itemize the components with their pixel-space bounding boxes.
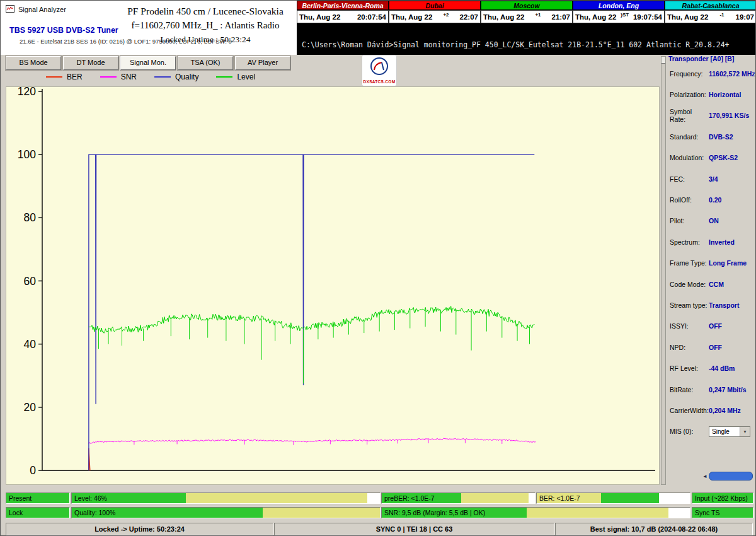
antenna-site-title: PF Prodelin 450 cm / Lucenec-Slovakia (108, 6, 303, 17)
tab-dt-mode[interactable]: DT Mode (63, 56, 118, 70)
indicator-label: Present (9, 493, 32, 503)
field-value: 0,204 MHz (709, 407, 741, 414)
legend-label: Level (237, 73, 255, 81)
field-value: 170,991 KS/s (709, 112, 749, 119)
clock-moscow: MoscowThu, Aug 22+121:07 (481, 1, 573, 25)
svg-text:80: 80 (24, 211, 37, 224)
legend-item-level: Level (216, 73, 255, 81)
app-title-row: Signal Analyzer (6, 4, 66, 15)
statusbar-sync-0-tei-18-cc-63: SYNC 0 | TEI 18 | CC 63 (274, 523, 554, 535)
field-value: Inverted (709, 238, 735, 246)
field-label: Spectrum: (670, 238, 709, 246)
field-standard: Standard:DVB-S2 (667, 126, 756, 147)
clock-datetime: Thu, Aug 22+121:07 (481, 10, 573, 23)
clock-date: Thu, Aug 22 (391, 13, 432, 21)
panel-hscrollbar[interactable]: ◄ (702, 472, 753, 481)
transponder-rows: Frequency:11602,572 MHzPolarization:Hori… (667, 63, 756, 442)
field-polarization: Polarization:Horizontal (667, 84, 756, 105)
transponder-panel: Transponder [A0] [B] Frequency:11602,572… (667, 56, 756, 487)
field-value: DVB-S2 (709, 133, 733, 141)
field-label: Polarization: (670, 91, 709, 98)
header-bar: Signal Analyzer TBS 5927 USB DVB-S2 Tune… (1, 1, 756, 55)
field-label: Frequency: (670, 70, 709, 78)
legend-item-snr: SNR (100, 73, 137, 81)
field-value: OFF (709, 344, 722, 351)
world-clocks: Berlin-Paris-Vienna-RomaThu, Aug 2220:07… (297, 1, 756, 25)
clock-datetime: Thu, Aug 2220:07:54 (297, 10, 389, 23)
window-title: Signal Analyzer (18, 6, 66, 13)
field-label: Code Mode: (670, 281, 709, 288)
bar-segment (527, 508, 668, 518)
legend-label: Quality (175, 73, 198, 81)
indicator-row-2: LockQuality: 100%SNR: 9,5 dB (Margin: 5,… (1, 507, 756, 518)
locked-uptime-title: Locked Uptime : 50:23:24 (108, 35, 303, 45)
mis-select[interactable]: Single▼ (709, 426, 750, 437)
field-bitrate: BitRate:0,247 Mbit/s (667, 379, 756, 400)
signal-analyzer-window: Signal Analyzer TBS 5927 USB DVB-S2 Tune… (0, 0, 756, 536)
field-code-mode: Code Mode:CCM (667, 274, 756, 294)
legend-item-ber: BER (46, 73, 83, 81)
legend-swatch-ber (46, 76, 62, 78)
clock-berlin-paris-vienna-roma: Berlin-Paris-Vienna-RomaThu, Aug 2220:07… (297, 1, 389, 25)
clock-time-value: 21:07 (552, 13, 570, 21)
scroll-left-icon[interactable]: ◄ (702, 474, 707, 479)
field-value: Long Frame (709, 259, 747, 267)
chart-vscrollbar[interactable] (661, 56, 666, 485)
indicator-snr: SNR: 9,5 dB (Margin: 5,5 dB | OK) (381, 507, 690, 518)
field-label: CarrierWidth: (670, 407, 709, 414)
tab-bs-mode[interactable]: BS Mode (6, 56, 61, 70)
field-npd: NPD:OFF (667, 337, 756, 358)
legend-swatch-snr (100, 76, 117, 78)
clock-city-label: London, Eng (573, 1, 665, 10)
indicator-label: Input (~282 Kbps) (695, 493, 748, 503)
field-value: -44 dBm (709, 364, 735, 372)
legend-item-quality: Quality (154, 73, 198, 81)
field-spectrum: Spectrum:Inverted (667, 231, 756, 252)
svg-text:60: 60 (24, 275, 37, 288)
legend-swatch-quality (154, 76, 171, 78)
tab-signal-mon[interactable]: Signal Mon. (120, 56, 176, 70)
field-label: Stream type: (670, 301, 709, 309)
field-label: RF Level: (670, 364, 709, 372)
tab-av-player[interactable]: AV Player (235, 56, 290, 70)
indicator-row-1: PresentLevel: 46%preBER: <1.0E-7BER: <1.… (1, 492, 756, 504)
antenna-header: PF Prodelin 450 cm / Lucenec-Slovakia f=… (108, 6, 303, 45)
field-label: FEC: (670, 175, 709, 183)
clock-datetime: Thu, Aug 22-119:07 (665, 10, 756, 23)
status-bar: Locked -> Uptime: 50:23:24SYNC 0 | TEI 1… (1, 523, 756, 536)
field-value: QPSK-S2 (709, 154, 738, 161)
field-mis-0: MIS (0):Single▼ (667, 421, 756, 442)
mis-select-value: Single (712, 428, 730, 435)
transponder-title: Transponder [A0] [B] (667, 56, 756, 63)
indicator-level: Level: 46% (71, 492, 381, 504)
indicator-ber: BER: <1.0E-7 (536, 492, 690, 504)
indicator-label: Lock (9, 508, 23, 518)
world-clock-panel: Berlin-Paris-Vienna-RomaThu, Aug 2220:07… (297, 1, 756, 55)
clock-city-label: Rabat-Casablanca (665, 1, 756, 10)
field-value: OFF (709, 322, 722, 330)
field-value: 0.20 (709, 196, 721, 204)
field-frame-type: Frame Type:Long Frame (667, 253, 756, 274)
bar-segment (529, 493, 535, 503)
chart-vscrollbar-thumb[interactable] (662, 57, 665, 64)
chevron-down-icon[interactable]: ▼ (740, 427, 750, 436)
panel-hscrollbar-thumb[interactable] (709, 472, 753, 481)
clock-time-value: 20:07:54 (357, 13, 386, 21)
tab-tsa-ok[interactable]: TSA (OK) (178, 56, 233, 70)
bar-segment (367, 493, 380, 503)
bar-segment (601, 493, 659, 503)
field-stream-type: Stream type:Transport (667, 294, 756, 315)
clock-datetime: Thu, Aug 22)ST19:07:54 (573, 10, 665, 23)
clock-utc-offset: +2 (443, 12, 449, 18)
field-value: 3/4 (709, 175, 718, 183)
bar-segment (668, 508, 690, 518)
legend-swatch-level (216, 76, 232, 78)
field-label: NPD: (670, 344, 709, 351)
indicator-label: BER: <1.0E-7 (539, 493, 580, 503)
legend-label: BER (67, 73, 83, 81)
indicator-label: Sync TS (695, 508, 720, 518)
clock-rabat-casablanca: Rabat-CasablancaThu, Aug 22-119:07 (665, 1, 756, 25)
clock-time-value: 19:07:54 (633, 13, 662, 21)
field-symbol-rate: Symbol Rate:170,991 KS/s (667, 105, 756, 126)
clock-utc-offset: -1 (719, 12, 724, 18)
